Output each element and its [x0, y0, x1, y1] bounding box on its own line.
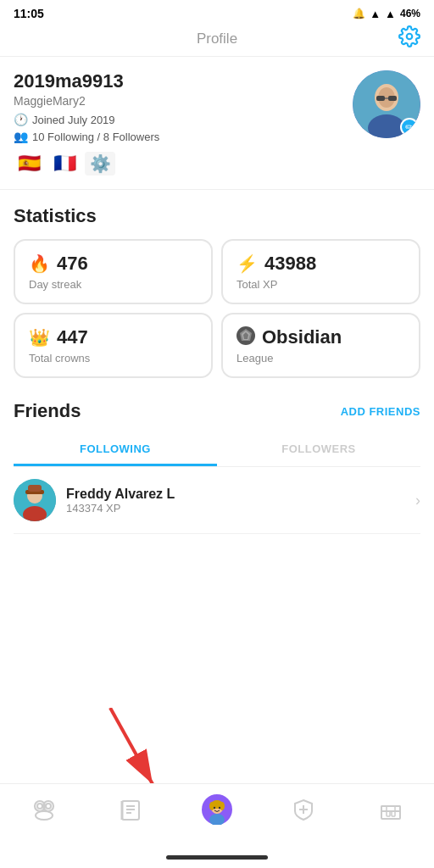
svg-point-20 — [37, 804, 42, 809]
crown-icon: 👑 — [29, 327, 50, 348]
friend-item[interactable]: Freddy Alvarez L 143374 XP › — [14, 467, 420, 534]
friends-title: Friends — [14, 400, 81, 422]
alarm-icon: 🔔 — [353, 8, 365, 19]
friend-name: Freddy Alvarez L — [66, 487, 415, 502]
svg-rect-16 — [28, 485, 42, 492]
stat-value-xp: 43988 — [264, 253, 316, 275]
svg-point-35 — [219, 806, 220, 808]
friend-avatar — [14, 479, 56, 521]
profile-flags: 🇪🇸 🇫🇷 ⚙️ — [14, 152, 353, 175]
header: Profile — [0, 24, 434, 57]
svg-point-32 — [209, 802, 214, 810]
svg-point-22 — [46, 804, 51, 809]
stat-value-crowns: 447 — [57, 326, 88, 348]
stat-card-streak: 🔥 476 Day streak — [14, 239, 213, 304]
battery-text: 46% — [400, 8, 420, 19]
wifi-icon: ▲ — [370, 8, 381, 20]
shop-icon — [379, 798, 403, 821]
flag-france: 🇫🇷 — [49, 152, 80, 175]
profile-info: 2019ma9913 MaggieMary2 🕐 Joined July 201… — [14, 70, 353, 175]
fire-icon: 🔥 — [29, 253, 50, 274]
home-indicator — [166, 855, 268, 860]
stat-top-crowns: 👑 447 — [29, 326, 198, 348]
stat-label-crowns: Total crowns — [29, 352, 198, 364]
status-bar: 11:05 🔔 ▲ ▲ 46% — [0, 0, 434, 24]
tab-followers[interactable]: FOLLOWERS — [217, 434, 420, 466]
avatar[interactable]: ✏ — [353, 70, 420, 138]
stat-top-xp: ⚡ 43988 — [236, 253, 405, 275]
stat-card-crowns: 👑 447 Total crowns — [14, 313, 213, 378]
profile-handle: MaggieMary2 — [14, 94, 353, 108]
friend-xp: 143374 XP — [66, 502, 415, 515]
svg-point-0 — [407, 34, 413, 40]
edit-avatar-badge[interactable]: ✏ — [400, 118, 419, 136]
stats-grid: 🔥 476 Day streak ⚡ 43988 Total XP 👑 447 … — [14, 239, 420, 378]
friends-section: Friends ADD FRIENDS FOLLOWING FOLLOWERS … — [0, 385, 434, 541]
search-nav-icon — [31, 798, 55, 821]
stat-label-league: League — [236, 352, 405, 364]
gear-icon[interactable] — [398, 25, 420, 53]
stat-top-streak: 🔥 476 — [29, 253, 198, 275]
clock-icon: 🕐 — [14, 113, 28, 126]
stat-value-league: Obsidian — [262, 326, 342, 348]
svg-rect-5 — [388, 96, 397, 101]
shield-icon — [292, 798, 315, 821]
svg-rect-39 — [381, 806, 400, 819]
character-icon — [202, 794, 232, 825]
header-title: Profile — [197, 31, 237, 47]
stat-label-xp: Total XP — [236, 278, 405, 291]
statistics-section: Statistics 🔥 476 Day streak ⚡ 43988 Tota… — [0, 190, 434, 385]
signal-icon: ▲ — [385, 8, 396, 20]
svg-rect-40 — [381, 806, 400, 811]
stat-label-streak: Day streak — [29, 278, 198, 291]
profile-username: 2019ma9913 — [14, 70, 353, 92]
chevron-right-icon: › — [415, 492, 420, 509]
flag-spain: 🇪🇸 — [14, 152, 44, 175]
svg-point-33 — [220, 802, 225, 810]
people-icon: 👥 — [14, 130, 28, 143]
tab-following[interactable]: FOLLOWING — [14, 434, 217, 466]
status-icons: 🔔 ▲ ▲ 46% — [353, 8, 420, 20]
book-icon — [119, 798, 142, 821]
profile-follow: 👥 10 Following / 8 Followers — [14, 130, 353, 143]
obsidian-icon — [236, 326, 255, 348]
svg-line-18 — [110, 708, 153, 784]
stat-card-league: Obsidian League — [221, 313, 420, 378]
bottom-nav — [0, 783, 434, 834]
profile-section: 2019ma9913 MaggieMary2 🕐 Joined July 201… — [0, 57, 434, 190]
nav-item-learn[interactable] — [86, 798, 173, 821]
svg-point-34 — [214, 806, 215, 808]
svg-rect-4 — [376, 96, 385, 101]
nav-item-shop[interactable] — [348, 798, 434, 821]
friends-header: Friends ADD FRIENDS — [14, 400, 420, 422]
friend-info: Freddy Alvarez L 143374 XP — [66, 487, 415, 515]
nav-item-profile[interactable] — [174, 794, 260, 825]
statistics-title: Statistics — [14, 205, 420, 227]
lightning-icon: ⚡ — [236, 253, 258, 274]
friends-tabs: FOLLOWING FOLLOWERS — [14, 434, 420, 467]
nav-item-leaderboard[interactable] — [260, 798, 347, 821]
flag-settings[interactable]: ⚙️ — [85, 152, 115, 175]
stat-card-xp: ⚡ 43988 Total XP — [221, 239, 420, 304]
stat-top-league: Obsidian — [236, 326, 405, 348]
svg-point-23 — [36, 811, 53, 820]
profile-joined: 🕐 Joined July 2019 — [14, 113, 353, 126]
stat-value-streak: 476 — [57, 253, 88, 275]
add-friends-button[interactable]: ADD FRIENDS — [341, 405, 420, 418]
status-time: 11:05 — [14, 7, 44, 20]
nav-item-search[interactable] — [0, 798, 86, 821]
